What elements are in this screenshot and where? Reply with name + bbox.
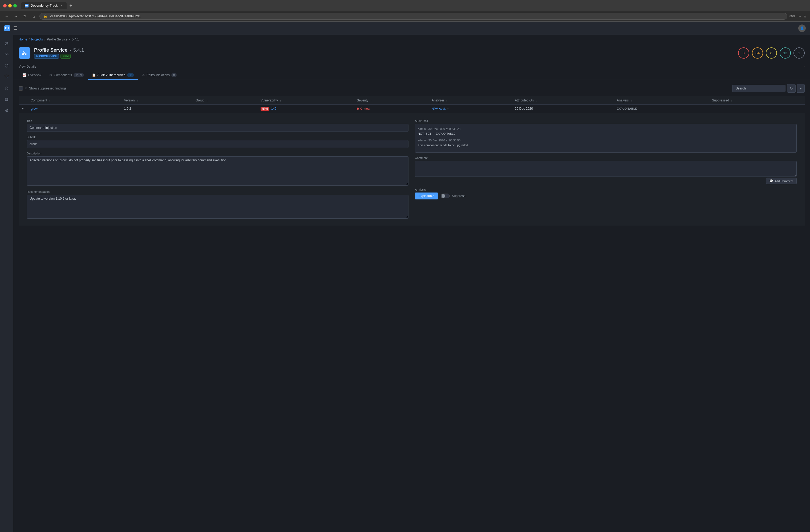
sidebar-icon-settings[interactable]: ⚙ xyxy=(2,105,12,115)
severity-label: Critical xyxy=(360,107,370,110)
subtitle-input[interactable] xyxy=(27,140,408,148)
description-textarea[interactable]: Affected versions of `growl` do not prop… xyxy=(27,156,408,186)
recommendation-label: Recommendation xyxy=(27,190,408,193)
th-expand xyxy=(19,96,28,105)
user-avatar[interactable]: 👤 xyxy=(798,24,806,32)
analysis-select-btn[interactable]: Exploitable xyxy=(415,193,438,199)
overview-icon: 📈 xyxy=(22,73,27,77)
add-comment-label: Add Comment xyxy=(775,180,793,183)
address-bar[interactable]: 🔒 localhost:8081/projects/1bff1f71-528d-… xyxy=(39,13,787,20)
th-analyzer[interactable]: Analyzer ↕ xyxy=(429,96,512,105)
sort-attributed-on: ↕ xyxy=(536,99,537,102)
url-text: localhost:8081/projects/1bff1f71-528d-41… xyxy=(50,14,783,18)
audit-entry-1-text: NOT_SET → EXPLOITABLE xyxy=(418,132,794,136)
hamburger-btn[interactable]: ☰ xyxy=(13,25,18,31)
row-severity: Critical xyxy=(354,105,429,113)
th-component[interactable]: Component ↕ xyxy=(28,96,121,105)
sort-vulnerability: ↕ xyxy=(280,99,281,102)
sidebar-icon-users[interactable]: ⚯ xyxy=(2,49,12,60)
view-details-arrow: › xyxy=(804,65,805,68)
sidebar-icon-clock[interactable]: ◷ xyxy=(2,38,12,48)
sidebar-icon-shield[interactable]: 🛡 xyxy=(2,72,12,82)
comment-group: Comment 💬 Add Comment xyxy=(415,156,797,184)
more-tools-btn[interactable]: ⋯ xyxy=(797,14,801,18)
view-details-link[interactable]: View Details xyxy=(19,65,36,68)
tab-components[interactable]: ⚙ Components 1169 xyxy=(46,71,88,80)
suppressed-checkbox[interactable] xyxy=(19,86,23,90)
expanded-details-row: Title Subtitle Description xyxy=(19,113,805,226)
sort-analysis: ↕ xyxy=(631,99,632,102)
analyzer-link[interactable]: NPM Audit ↗ xyxy=(432,107,509,110)
comment-textarea[interactable] xyxy=(415,161,797,177)
score-medium: 8 xyxy=(766,47,777,59)
row-group xyxy=(193,105,258,113)
expand-arrow[interactable]: ▼ xyxy=(21,107,24,110)
sidebar-icon-scale[interactable]: ⚖ xyxy=(2,83,12,93)
dot-minimize[interactable] xyxy=(8,4,12,7)
refresh-btn[interactable]: ↻ xyxy=(787,84,796,93)
recommendation-textarea[interactable]: Update to version 1.10.2 or later. xyxy=(27,195,408,219)
policy-count: 0 xyxy=(171,73,177,77)
row-version: 1.9.2 xyxy=(121,105,193,113)
suppressed-close[interactable]: × xyxy=(25,86,27,90)
row-component: growl xyxy=(28,105,121,113)
row-analysis: EXPLOITABLE xyxy=(614,105,709,113)
th-analysis[interactable]: Analysis ↕ xyxy=(614,96,709,105)
row-expand-cell[interactable]: ▼ xyxy=(19,105,28,113)
sort-group: ↕ xyxy=(207,99,208,102)
th-severity[interactable]: Severity ↕ xyxy=(354,96,429,105)
policy-icon: ⚠ xyxy=(142,73,145,77)
suppress-toggle-track[interactable] xyxy=(441,194,450,198)
version-text: 1.9.2 xyxy=(124,107,131,111)
tab-close-btn[interactable]: × xyxy=(60,4,63,7)
th-version[interactable]: Version ↕ xyxy=(121,96,193,105)
home-btn[interactable]: ⌂ xyxy=(30,13,37,20)
breadcrumb-projects[interactable]: Projects xyxy=(31,37,43,41)
expanded-details-cell: Title Subtitle Description xyxy=(19,113,805,226)
th-vulnerability[interactable]: Vulnerability ↕ xyxy=(258,96,354,105)
new-tab-btn[interactable]: + xyxy=(68,3,73,9)
th-suppressed[interactable]: Suppressed ↕ xyxy=(709,96,805,105)
tab-overview[interactable]: 📈 Overview xyxy=(19,71,45,80)
analysis-label: EXPLOITABLE xyxy=(617,107,637,110)
description-group: Description Affected versions of `growl`… xyxy=(27,152,408,186)
title-input[interactable] xyxy=(27,124,408,132)
dot-maximize[interactable] xyxy=(13,4,17,7)
sidebar-icon-grid[interactable]: ▦ xyxy=(2,94,12,104)
sidebar-icon-components[interactable]: ⬡ xyxy=(2,61,12,70)
dropdown-btn[interactable]: ▾ xyxy=(797,84,805,93)
suppress-label: Suppress xyxy=(452,194,466,198)
attributed-on-text: 29 Dec 2020 xyxy=(515,107,533,111)
breadcrumb-home[interactable]: Home xyxy=(19,37,27,41)
search-input[interactable] xyxy=(732,85,785,92)
active-tab[interactable]: DT Dependency-Track × xyxy=(21,2,67,9)
badge-npm: NPM xyxy=(61,54,70,59)
breadcrumb-dot: • xyxy=(69,37,70,41)
project-version: 5.4.1 xyxy=(73,47,84,53)
tab-audit-vulnerabilities[interactable]: 📋 Audit Vulnerabilities 58 xyxy=(88,71,138,80)
score-circles: 3 34 8 12 1 xyxy=(738,47,805,59)
vuln-id-link[interactable]: 146 xyxy=(271,107,277,111)
tab-audit-label: Audit Vulnerabilities xyxy=(98,73,126,77)
forward-btn[interactable]: → xyxy=(12,13,19,20)
add-comment-btn[interactable]: 💬 Add Comment xyxy=(766,178,797,184)
row-attributed-on: 29 Dec 2020 xyxy=(512,105,614,113)
subtitle-label: Subtitle xyxy=(27,135,408,139)
comment-actions: 💬 Add Comment xyxy=(415,178,797,184)
tab-policy-violations[interactable]: ⚠ Policy Violations 0 xyxy=(138,71,180,80)
bookmark-btn[interactable]: ☆ xyxy=(803,14,807,18)
row-vulnerability: NPM 146 xyxy=(258,105,354,113)
th-attributed-on[interactable]: Attributed On ↕ xyxy=(512,96,614,105)
reload-btn[interactable]: ↻ xyxy=(21,13,28,20)
component-link[interactable]: growl xyxy=(31,107,38,111)
dot-close[interactable] xyxy=(3,4,7,7)
content-area: × Show suppressed findings ↻ ▾ Component xyxy=(13,80,810,230)
recommendation-group: Recommendation Update to version 1.10.2 … xyxy=(27,190,408,219)
project-dropdown-arrow[interactable]: ▾ xyxy=(69,48,71,52)
th-group[interactable]: Group ↕ xyxy=(193,96,258,105)
back-btn[interactable]: ← xyxy=(3,13,10,20)
browser-tabs: DT Dependency-Track × + xyxy=(21,2,807,9)
audit-count: 58 xyxy=(127,73,134,77)
right-panel: Audit Trail admin - 30 Dec 2020 at 00:38… xyxy=(415,119,797,219)
components-count: 1169 xyxy=(74,73,84,77)
